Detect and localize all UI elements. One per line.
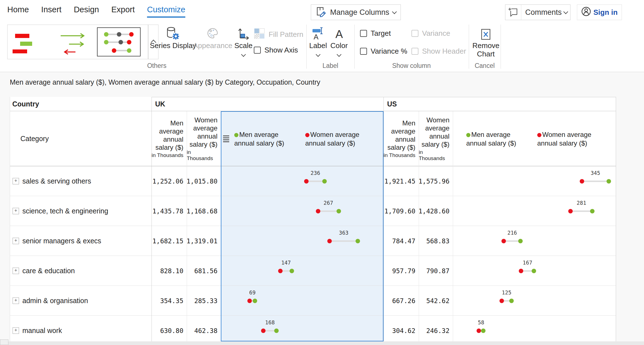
us-chart-cell[interactable]: 216 [453, 226, 616, 256]
expand-icon[interactable]: + [13, 298, 19, 304]
uk-men-header-cell[interactable]: Men average annual salary ($) in Thousan… [151, 111, 187, 166]
table-row: + manual work 630.80 462.38 168 304.62 2… [10, 316, 616, 341]
us-women-value[interactable]: 568.83 [419, 226, 453, 256]
uk-men-value[interactable]: 1,252.06 [151, 166, 187, 196]
target-checkbox[interactable]: Target [360, 29, 391, 38]
country-header-label: Country [12, 100, 39, 108]
chevron-down-icon[interactable] [241, 52, 246, 57]
uk-women-value[interactable]: 1,168.68 [187, 196, 221, 226]
manage-columns-icon [316, 6, 327, 19]
uk-chart-header-cell[interactable]: Men average annual salary ($) Women aver… [221, 111, 383, 166]
show-axis-checkbox[interactable]: Show Axis [254, 46, 298, 54]
series-display-button[interactable]: Series Display [152, 26, 194, 50]
unit-text: in Thousands [151, 152, 183, 158]
scrollbar-corner[interactable] [0, 339, 8, 345]
table-row: + admin & organisation 354.35 285.33 69 … [10, 286, 616, 316]
uk-women-value[interactable]: 285.33 [187, 286, 221, 316]
color-button[interactable]: A Color [330, 26, 348, 57]
uk-women-value[interactable]: 681.56 [187, 256, 221, 286]
us-chart-header-cell[interactable]: Men average annual salary ($) Women aver… [453, 111, 616, 166]
uk-chart-cell[interactable]: 168 [221, 316, 383, 341]
us-label: US [387, 100, 397, 108]
uk-women-value[interactable]: 1,015.80 [187, 166, 221, 196]
uk-men-value[interactable]: 1,435.78 [151, 196, 187, 226]
group-header-us[interactable]: US [383, 97, 616, 111]
variance-pct-checkbox[interactable]: Variance % [360, 47, 407, 56]
uk-chart-cell[interactable]: 363 [221, 226, 383, 256]
tab-design[interactable]: Design [74, 5, 99, 18]
checkbox-icon [411, 30, 418, 37]
uk-men-value[interactable]: 354.35 [151, 286, 187, 316]
checkbox-icon[interactable] [360, 30, 367, 37]
row-separator [10, 315, 616, 316]
manage-columns-button[interactable]: Manage Columns [311, 4, 401, 20]
gallery-item-arrow-chart[interactable] [52, 25, 97, 59]
us-women-header-cell[interactable]: Women average annual salary ($) in Thous… [419, 111, 453, 166]
us-men-value[interactable]: 304.62 [383, 316, 419, 341]
expand-icon[interactable]: + [13, 208, 19, 214]
sign-in-button[interactable]: Sign in [577, 4, 622, 20]
uk-men-value[interactable]: 1,682.15 [151, 226, 187, 256]
uk-women-header-cell[interactable]: Women average annual salary ($) in Thous… [187, 111, 221, 166]
us-women-value[interactable]: 1,428.60 [419, 196, 453, 226]
chevron-down-icon[interactable] [337, 52, 342, 57]
men-dot [253, 299, 257, 303]
tab-customize[interactable]: Customize [147, 5, 185, 18]
uk-men-value[interactable]: 630.80 [151, 316, 187, 341]
gallery-item-dumbbell-chart[interactable] [97, 27, 141, 56]
us-men-value[interactable]: 784.47 [383, 226, 419, 256]
us-chart-cell[interactable]: 345 [453, 166, 616, 196]
us-men-header-cell[interactable]: Men average annual salary ($) in Thousan… [383, 111, 419, 166]
checkbox-icon[interactable] [360, 48, 367, 55]
group-header-uk[interactable]: UK [151, 97, 383, 111]
uk-chart-cell[interactable]: 69 [221, 286, 383, 316]
us-men-value[interactable]: 667.26 [383, 286, 419, 316]
uk-women-value[interactable]: 1,319.01 [187, 226, 221, 256]
tab-home[interactable]: Home [7, 5, 29, 18]
tab-export[interactable]: Export [111, 5, 135, 18]
uk-chart-cell[interactable]: 267 [221, 196, 383, 226]
uk-chart-cell[interactable]: 147 [221, 256, 383, 286]
us-chart-cell[interactable]: 58 [453, 316, 616, 341]
us-men-value[interactable]: 1,709.60 [383, 196, 419, 226]
women-dot [568, 209, 573, 213]
category-cell[interactable]: + manual work [10, 316, 151, 341]
us-chart-cell[interactable]: 125 [453, 286, 616, 316]
uk-men-value[interactable]: 828.10 [151, 256, 187, 286]
tab-insert[interactable]: Insert [41, 5, 61, 18]
category-cell[interactable]: + sales & serving others [10, 166, 151, 196]
us-women-value[interactable]: 790.87 [419, 256, 453, 286]
expand-icon[interactable]: + [13, 178, 19, 184]
us-chart-cell[interactable]: 167 [453, 256, 616, 286]
us-women-value[interactable]: 1,575.96 [419, 166, 453, 196]
us-women-value[interactable]: 246.32 [419, 316, 453, 341]
us-women-value[interactable]: 542.62 [419, 286, 453, 316]
expand-icon[interactable]: + [13, 268, 19, 274]
group-label-cancel: Cancel [475, 62, 495, 70]
scale-button[interactable]: Scale [233, 26, 254, 57]
gallery-item-bar-chart[interactable] [8, 25, 52, 59]
country-header-cell[interactable]: Country [10, 97, 151, 111]
comments-button[interactable]: Comments [505, 4, 570, 20]
uk-women-value[interactable]: 462.38 [187, 316, 221, 341]
uk-chart-cell[interactable]: 236 [221, 166, 383, 196]
expand-icon[interactable]: + [13, 327, 19, 334]
sign-in-label: Sign in [593, 8, 618, 17]
checkbox-icon[interactable] [254, 47, 261, 54]
table-right-border [616, 97, 616, 341]
category-header-cell[interactable]: Category [10, 111, 151, 166]
label-button[interactable]: A Label [310, 26, 326, 57]
add-comment-icon [505, 5, 521, 20]
category-cell[interactable]: + admin & organisation [10, 286, 151, 316]
category-cell[interactable]: + science, tech & engineering [10, 196, 151, 226]
chevron-down-icon[interactable] [316, 52, 321, 57]
column-divider [151, 97, 152, 341]
us-men-value[interactable]: 957.79 [383, 256, 419, 286]
us-men-value[interactable]: 1,921.45 [383, 166, 419, 196]
us-chart-cell[interactable]: 281 [453, 196, 616, 226]
drag-handle-icon[interactable] [223, 135, 229, 142]
category-cell[interactable]: + senior managers & execs [10, 226, 151, 256]
remove-chart-button[interactable]: Remove Chart [472, 26, 500, 58]
category-cell[interactable]: + care & education [10, 256, 151, 286]
expand-icon[interactable]: + [13, 238, 19, 244]
